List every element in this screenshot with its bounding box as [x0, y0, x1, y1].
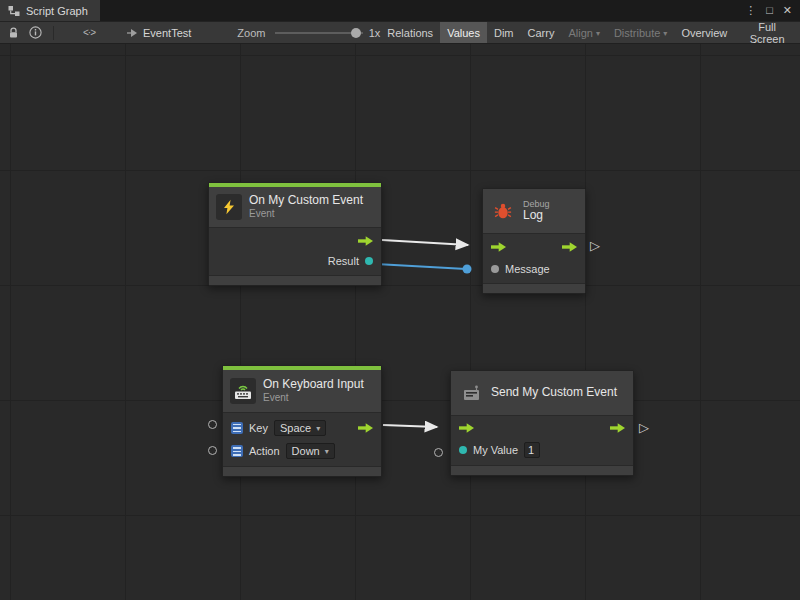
align-button[interactable]: Align ▾: [561, 22, 606, 43]
bug-icon: [490, 198, 516, 224]
full-screen-button[interactable]: Full Screen: [734, 22, 800, 43]
maximize-icon[interactable]: □: [766, 5, 773, 16]
chevron-down-icon: ▾: [316, 425, 320, 433]
window-controls: ⋮ □ ✕: [745, 0, 800, 21]
zoom-slider-thumb[interactable]: [351, 28, 361, 38]
keyboard-input-icon: [230, 378, 256, 404]
zoom-value: 1x: [369, 27, 381, 39]
graph-canvas[interactable]: On My Custom Event Event Result: [0, 44, 800, 600]
script-graph-icon: [8, 5, 20, 17]
key-dropdown[interactable]: Space ▾: [274, 420, 326, 436]
value-port-dot: [365, 257, 373, 265]
graph-toolbar: <·> EventTest Zoom 1x Relations Values D…: [0, 21, 800, 44]
close-icon[interactable]: ✕: [783, 5, 792, 16]
values-button[interactable]: Values: [440, 22, 487, 43]
lock-icon[interactable]: [3, 22, 24, 43]
chevron-down-icon: ▾: [596, 30, 600, 38]
key-input-row: Key Space ▾: [223, 419, 381, 437]
my-value-input-port: My Value: [451, 441, 633, 459]
flow-ports-row: [451, 422, 633, 434]
message-input-port[interactable]: Message: [483, 262, 585, 276]
zoom-slider-track: [275, 32, 362, 34]
node-footer: [451, 466, 633, 475]
flow-arrow-icon: [358, 236, 373, 246]
value-port-dot: [491, 265, 499, 273]
port-label: My Value: [473, 444, 518, 456]
node-header: On Keyboard Input Event: [223, 370, 381, 412]
toolbar-separator: [53, 26, 54, 40]
port-label: Action: [249, 445, 280, 457]
node-footer: [483, 284, 585, 293]
code-view-icon[interactable]: <·>: [78, 22, 100, 43]
node-body: My Value: [451, 415, 633, 466]
graph-name: EventTest: [143, 27, 191, 39]
port-label: Result: [328, 255, 359, 267]
relations-button[interactable]: Relations: [380, 22, 440, 43]
tab-title: Script Graph: [26, 5, 88, 17]
connection-wires: [0, 44, 800, 600]
node-debug-log[interactable]: Debug Log Message: [482, 188, 586, 294]
node-send-my-custom-event[interactable]: Send My Custom Event My Value: [450, 370, 634, 476]
flow-continuation-triangle-icon: ▷: [590, 239, 600, 252]
node-subtitle: Event: [263, 392, 364, 404]
align-label: Align: [568, 27, 592, 39]
graph-asset-icon: [126, 27, 138, 39]
dim-button[interactable]: Dim: [487, 22, 521, 43]
graph-asset-reference[interactable]: EventTest: [126, 27, 191, 39]
my-value-port-hint-circle[interactable]: [434, 448, 443, 457]
flow-wire-keyboard-to-send[interactable]: [383, 425, 437, 427]
node-body: Key Space ▾ Action Down ▾: [223, 412, 381, 467]
keycode-enum-icon: [231, 422, 243, 434]
key-dropdown-value: Space: [280, 422, 311, 434]
node-header: Debug Log: [483, 189, 585, 233]
window-menu-icon[interactable]: ⋮: [745, 5, 756, 16]
port-label: Message: [505, 263, 550, 275]
flow-input-arrow-icon[interactable]: [459, 423, 474, 433]
node-body: Message: [483, 233, 585, 284]
event-machine-icon: [458, 380, 484, 406]
node-title: On Keyboard Input: [263, 378, 364, 392]
info-icon[interactable]: [24, 22, 47, 43]
value-port-dot[interactable]: [459, 446, 467, 454]
action-port-hint-circle[interactable]: [208, 446, 217, 455]
tab-script-graph[interactable]: Script Graph: [0, 0, 100, 21]
flow-output-arrow-icon[interactable]: [562, 242, 577, 252]
node-title: Send My Custom Event: [491, 386, 617, 400]
action-dropdown[interactable]: Down ▾: [286, 443, 335, 459]
node-on-keyboard-input[interactable]: On Keyboard Input Event Key Space ▾ Acti…: [222, 365, 382, 477]
flow-wire-event-to-log[interactable]: [382, 240, 468, 245]
result-output-port[interactable]: Result: [209, 254, 381, 268]
zoom-slider[interactable]: [275, 26, 362, 40]
zoom-label: Zoom: [237, 27, 265, 39]
unity-script-graph-window: Script Graph ⋮ □ ✕ <·>: [0, 0, 800, 600]
node-on-my-custom-event[interactable]: On My Custom Event Event Result: [208, 182, 382, 286]
flow-input-arrow-icon[interactable]: [491, 242, 506, 252]
action-enum-icon: [231, 445, 243, 457]
node-title: Log: [523, 209, 550, 223]
distribute-button[interactable]: Distribute ▾: [607, 22, 674, 43]
carry-button[interactable]: Carry: [521, 22, 562, 43]
flow-ports-row: [483, 241, 585, 253]
value-wire-result-to-message[interactable]: [376, 264, 466, 269]
flow-output-arrow-icon[interactable]: [610, 423, 625, 433]
flow-continuation-triangle-icon: ▷: [639, 421, 649, 434]
node-header: On My Custom Event Event: [209, 187, 381, 227]
node-title: On My Custom Event: [249, 194, 363, 208]
node-footer: [209, 276, 381, 285]
wire-endpoint-dot: [463, 265, 472, 274]
chevron-down-icon: ▾: [663, 30, 667, 38]
action-dropdown-value: Down: [292, 445, 320, 457]
toolbar-buttons: Relations Values Dim Carry Align ▾ Distr…: [380, 22, 800, 43]
port-label: Key: [249, 422, 268, 434]
node-footer: [223, 467, 381, 476]
flow-output-port[interactable]: [209, 235, 381, 247]
my-value-input[interactable]: [524, 442, 540, 458]
chevron-down-icon: ▾: [325, 448, 329, 456]
action-input-row: Action Down ▾: [223, 442, 381, 460]
node-header: Send My Custom Event: [451, 371, 633, 415]
flow-output-arrow-icon[interactable]: [358, 423, 373, 433]
key-port-hint-circle[interactable]: [208, 420, 217, 429]
overview-button[interactable]: Overview: [674, 22, 734, 43]
distribute-label: Distribute: [614, 27, 660, 39]
node-body: Result: [209, 227, 381, 276]
